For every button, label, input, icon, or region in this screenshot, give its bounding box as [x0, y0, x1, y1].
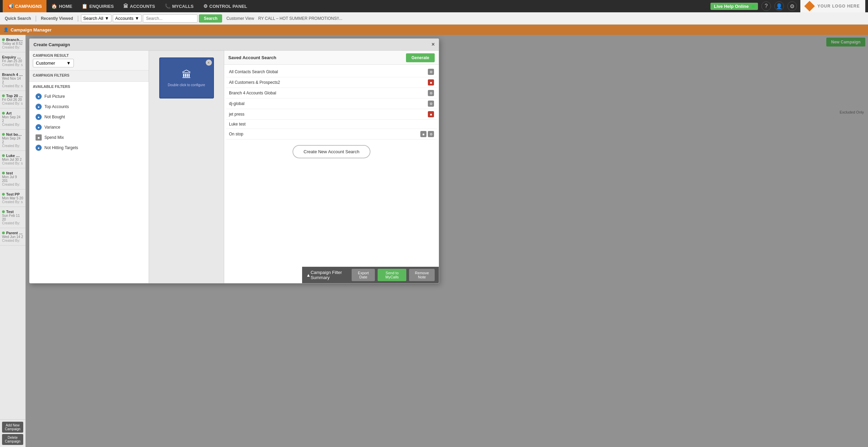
- filter-variance-icon: ●: [36, 124, 42, 130]
- status-dot9: [2, 210, 5, 213]
- saved-search-list: All Contacts Search Global ⚙ All Custome…: [224, 65, 439, 283]
- saved-search-item-icons-2: ⚙: [428, 90, 434, 96]
- sidebar-item-3[interactable]: Top 20 Acco... Fri Oct 26 20 Created By:…: [0, 91, 25, 108]
- saved-search-item-icons-4: ■: [428, 111, 434, 117]
- create-campaign-modal: Create Campaign × CAMPAIGN RESULT Custom…: [29, 38, 439, 284]
- filter-variance[interactable]: ● Variance: [33, 122, 145, 132]
- saved-search-item-6[interactable]: On stop ■ ⚙: [226, 129, 437, 140]
- saved-search-item-3[interactable]: dj-global ⚙: [226, 98, 437, 109]
- create-new-account-search-button[interactable]: Create New Account Search: [303, 149, 359, 154]
- sidebar-item-5[interactable]: Not bought Mon Sep 24 2 Created By:: [0, 130, 25, 151]
- saved-search-item-icons-3: ⚙: [428, 101, 434, 107]
- available-filters-label: AVAILABLE FILTERS: [33, 84, 145, 89]
- sidebar-item-7[interactable]: test Mon Jul 9 201 Created By:: [0, 168, 25, 189]
- edit-icon-2[interactable]: ⚙: [428, 90, 434, 96]
- customer-view-link[interactable]: Customer View: [226, 16, 254, 21]
- available-filters-section: AVAILABLE FILTERS ● Full Picture ● Top A…: [29, 82, 149, 283]
- top-navigation: 📢 CAMPAIGNS 🏠 HOME 📋 ENQUIRIES 🏛 ACCOUNT…: [0, 0, 868, 12]
- accounts-dropdown[interactable]: Accounts ▼: [113, 14, 141, 22]
- filter-full-picture[interactable]: ● Full Picture: [33, 91, 145, 102]
- quick-search-button[interactable]: Quick Search: [3, 15, 33, 22]
- nav-accounts[interactable]: 🏛 ACCOUNTS: [119, 0, 160, 12]
- nav-enquiries[interactable]: 📋 ENQUIRIES: [77, 0, 119, 12]
- campaign-result-section: CAMPAIGN RESULT Customer ▼: [29, 51, 149, 70]
- filter-not-hitting-targets[interactable]: ● Not Hitting Targets: [33, 143, 145, 153]
- filter-not-bought[interactable]: ● Not Bought: [33, 112, 145, 122]
- live-help-badge: Live Help Online: [710, 3, 758, 10]
- nav-campaigns[interactable]: 📢 CAMPAIGNS: [3, 0, 46, 12]
- campaign-manager-bar: 👤 Campaign Manager: [0, 25, 868, 35]
- sidebar-item-1[interactable]: Enquiry mac Fri Jan 25 20 Created By: s: [0, 52, 25, 70]
- drag-tile-close-button[interactable]: ×: [206, 60, 212, 66]
- export-date-button[interactable]: Export Date: [352, 269, 375, 281]
- icon-onstop[interactable]: ■: [420, 131, 426, 137]
- delete-icon-4[interactable]: ■: [428, 111, 434, 117]
- controlpanel-icon: ⚙: [203, 3, 208, 9]
- status-dot3: [2, 94, 5, 97]
- sidebar-item-8[interactable]: Test PP Mon Mar 5 20 Created By: s: [0, 189, 25, 207]
- sidebar-item-4[interactable]: Art Mon Sep 24 2 Created By:: [0, 108, 25, 130]
- saved-search-item-icons-0: ⚙: [428, 69, 434, 75]
- modal-title: Create Campaign: [33, 42, 70, 47]
- sidebar-item-2[interactable]: Branch 4 Ac Wed Nov 14 2 Created By: s: [0, 70, 25, 91]
- help-icon[interactable]: ?: [761, 1, 771, 11]
- nav-home[interactable]: 🏠 HOME: [46, 0, 77, 12]
- campaign-filter-summary: ▲ Campaign Filter Summary Export Date Se…: [302, 267, 439, 283]
- saved-search-item-2[interactable]: Branch 4 Accounts Global ⚙: [226, 88, 437, 98]
- search-input[interactable]: [143, 14, 198, 23]
- summary-arrow-up: ▲: [306, 273, 311, 278]
- campaigns-sidebar: Branch Test Today at 8:52 Created By: En…: [0, 35, 26, 447]
- campaign-result-label: CAMPAIGN RESULT: [33, 53, 145, 57]
- modal-body: CAMPAIGN RESULT Customer ▼ CAMPAIGN FILT…: [29, 51, 439, 283]
- nav-mycalls[interactable]: 📞 MYCALLS: [160, 0, 199, 12]
- enquiries-icon: 📋: [82, 3, 87, 9]
- status-dot8: [2, 193, 5, 196]
- filter-spend-mix-icon: ■: [36, 134, 42, 141]
- breadcrumb-text: RY CALL – HOT SUMMER PROMOTIONS!!...: [258, 16, 342, 21]
- saved-search-item-5[interactable]: Luke test: [226, 120, 437, 129]
- delete-campaign-button[interactable]: Delete Campaign: [2, 434, 23, 445]
- saved-search-item-1[interactable]: All Customers & Prospects2 ■: [226, 77, 437, 88]
- edit-icon-6[interactable]: ⚙: [428, 131, 434, 137]
- saved-search-item-icons-1: ■: [428, 79, 434, 86]
- nav-controlpanel[interactable]: ⚙ CONTROL PANEL: [199, 0, 252, 12]
- chevron-down-icon: ▼: [105, 16, 109, 21]
- campaign-filters-section: CAMPAIGN FILTERS: [29, 70, 149, 82]
- filter-spend-mix[interactable]: ■ Spend Mix: [33, 132, 145, 143]
- filters-panel: CAMPAIGN RESULT Customer ▼ CAMPAIGN FILT…: [29, 51, 149, 283]
- send-to-mycalls-button[interactable]: Send to MyCalls: [378, 269, 406, 281]
- modal-close-button[interactable]: ×: [432, 41, 435, 48]
- generate-button[interactable]: Generate: [406, 53, 435, 62]
- status-dot7: [2, 172, 5, 174]
- recently-viewed-button[interactable]: Recently Viewed: [39, 15, 75, 22]
- divider1: |: [35, 15, 37, 22]
- filter-top-accounts[interactable]: ● Top Accounts: [33, 102, 145, 112]
- search-all-dropdown[interactable]: Search All ▼: [81, 14, 111, 22]
- mycalls-icon: 📞: [165, 3, 171, 9]
- campaigns-icon: 📢: [8, 3, 13, 9]
- summary-label: Campaign Filter Summary: [311, 270, 352, 280]
- logo-area: YOUR LOGO HERE: [800, 0, 865, 12]
- add-new-campaign-button[interactable]: Add New Campaign: [2, 422, 23, 433]
- sidebar-item-9[interactable]: Test Sun Feb 11 20 Created By:: [0, 207, 25, 228]
- sidebar-item-0[interactable]: Branch Test Today at 8:52 Created By:: [0, 35, 25, 52]
- result-dropdown[interactable]: Customer ▼: [33, 59, 74, 67]
- saved-search-item-4[interactable]: jet press ■: [226, 109, 437, 120]
- delete-icon-1[interactable]: ■: [428, 79, 434, 86]
- modal-header: Create Campaign ×: [29, 39, 439, 51]
- remove-note-button[interactable]: Remove Note: [409, 269, 435, 281]
- divider2: |: [77, 15, 79, 22]
- settings-icon[interactable]: ⚙: [787, 1, 797, 11]
- create-new-btn-container: Create New Account Search: [226, 140, 437, 164]
- filter-not-bought-icon: ●: [36, 114, 42, 120]
- drag-tile[interactable]: × 🏛 Double click to configure: [159, 57, 214, 98]
- edit-icon-0[interactable]: ⚙: [428, 69, 434, 75]
- home-icon: 🏠: [51, 3, 57, 9]
- sidebar-item-10[interactable]: Parent acco Wed Jun 14 2 Created By:: [0, 228, 25, 246]
- search-button[interactable]: Search: [199, 14, 222, 23]
- edit-icon-3[interactable]: ⚙: [428, 101, 434, 107]
- sidebar-item-6[interactable]: Luke W Targ Mon Jul 30 2 Created By: s: [0, 151, 25, 168]
- user-icon[interactable]: 👤: [774, 1, 784, 11]
- search-bar: Quick Search | Recently Viewed | Search …: [0, 12, 868, 25]
- saved-search-item-0[interactable]: All Contacts Search Global ⚙: [226, 67, 437, 77]
